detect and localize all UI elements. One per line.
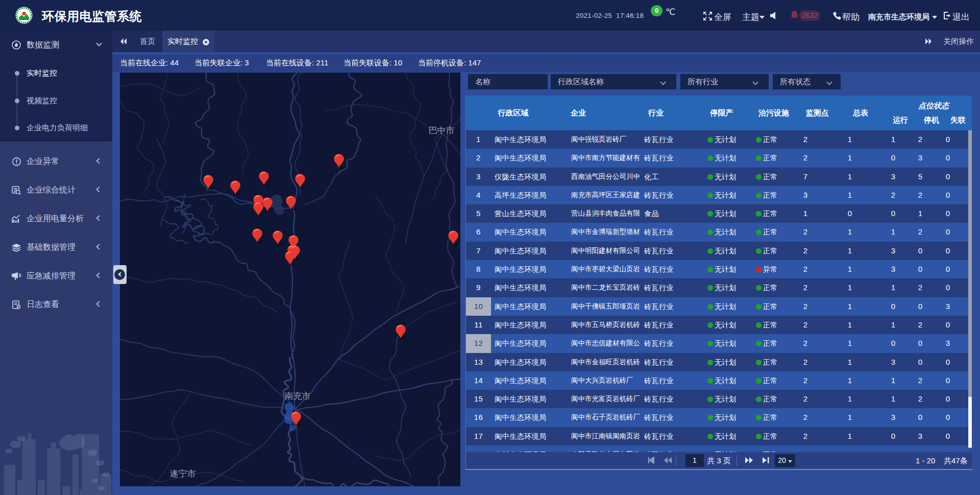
svg-text:南充市: 南充市	[285, 391, 311, 401]
svg-text:巴中市: 巴中市	[429, 126, 455, 135]
svg-text:遂宁市: 遂宁市	[170, 469, 196, 479]
